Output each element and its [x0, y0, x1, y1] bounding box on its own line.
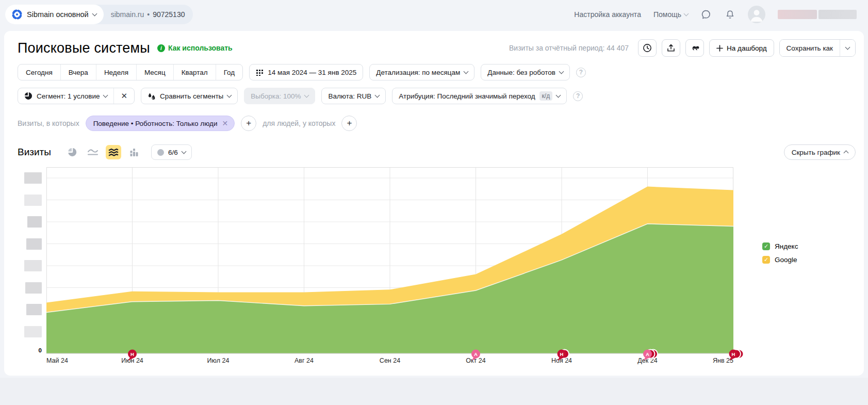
- svg-text:А: А: [646, 351, 649, 357]
- period-tab-1[interactable]: Вчера: [60, 64, 96, 80]
- date-range-value: 14 мая 2024 — 31 янв 2025: [268, 69, 356, 76]
- counter-name: Sibmain основной: [27, 10, 89, 19]
- info-icon: i: [157, 44, 165, 52]
- period-tab-group: СегодняВчераНеделяМесяцКварталГод: [18, 64, 243, 80]
- legend-checkbox[interactable]: ✓: [762, 242, 770, 250]
- hide-chart-button[interactable]: Скрыть график: [784, 144, 856, 160]
- bar-chart-icon: [129, 147, 139, 157]
- visits-summary-label: Визиты за отчётный период:: [509, 44, 604, 52]
- how-to-use-link[interactable]: i Как использовать: [157, 44, 233, 52]
- clock-icon: [643, 43, 652, 53]
- counter-meta: sibmain.ru • 90725130: [104, 10, 185, 19]
- account-settings-link[interactable]: Настройка аккаунта: [574, 10, 641, 19]
- chevron-down-icon: [227, 93, 232, 98]
- bar-chart-type-button[interactable]: [126, 145, 142, 159]
- svg-text:Н: Н: [560, 351, 564, 357]
- period-tab-4[interactable]: Квартал: [173, 64, 216, 80]
- currency-dropdown[interactable]: Валюта: RUB: [321, 88, 386, 104]
- hide-chart-label: Скрыть график: [792, 149, 840, 156]
- data-mode-value: Данные: без роботов: [487, 69, 555, 76]
- segment-dropdown[interactable]: Сегмент: 1 условие: [18, 88, 113, 104]
- legend-item-google[interactable]: ✓Google: [762, 256, 798, 264]
- chevron-down-icon: [304, 93, 309, 98]
- period-tab-2[interactable]: Неделя: [96, 64, 136, 80]
- chart-controls: Визиты: [4, 131, 864, 160]
- x-axis-label: Май 24: [46, 357, 68, 364]
- notifications-button[interactable]: [724, 9, 735, 20]
- sampling-value: Выборка: 100%: [251, 92, 301, 100]
- bottom-strip: [0, 378, 868, 405]
- topbar: Sibmain основной sibmain.ru • 90725130 Н…: [0, 0, 868, 29]
- sampling-dropdown: Выборка: 100%: [244, 88, 315, 104]
- compare-drops-icon: [148, 92, 156, 100]
- save-as-button[interactable]: Сохранить как: [780, 40, 840, 56]
- data-mode-dropdown[interactable]: Данные: без роботов: [481, 64, 570, 80]
- y-axis-redacted-value: [24, 172, 42, 184]
- x-axis-label: Янв 25: [713, 357, 733, 364]
- series-selector-dropdown[interactable]: 6/6: [151, 144, 192, 160]
- line-chart-icon: [87, 147, 99, 157]
- series-selector-value: 6/6: [168, 149, 178, 156]
- compare-segments-value: Сравнить сегменты: [160, 92, 223, 100]
- calendar-grid-icon: [256, 69, 264, 76]
- attribution-dropdown[interactable]: Атрибуция: Последний значимый переход к/…: [392, 88, 567, 104]
- currency-value: Валюта: RUB: [328, 92, 371, 100]
- y-axis-redacted-value: [26, 238, 42, 250]
- date-range-button[interactable]: 14 мая 2024 — 31 янв 2025: [249, 64, 363, 80]
- visits-area-chart[interactable]: Май 24Июн 24Июл 24Авг 24Сен 24Окт 24Ноя …: [46, 166, 733, 366]
- chip-close-icon[interactable]: ✕: [222, 119, 228, 127]
- svg-text:Н: Н: [130, 351, 134, 357]
- question-icon[interactable]: ?: [573, 91, 583, 101]
- to-dashboard-button[interactable]: На дашборд: [709, 39, 774, 57]
- y-axis-redacted-labels: 0: [18, 166, 46, 366]
- chevron-down-icon: [464, 69, 469, 74]
- counter-switcher[interactable]: Sibmain основной: [5, 5, 104, 24]
- compare-segments-dropdown[interactable]: Сравнить сегменты: [141, 88, 238, 104]
- metric-title: Визиты: [18, 147, 51, 158]
- question-icon[interactable]: ?: [576, 68, 586, 77]
- segment-controls-row: Сегмент: 1 условие ✕ Сравнить сегменты В…: [4, 80, 864, 104]
- period-tab-3[interactable]: Месяц: [136, 64, 173, 80]
- comments-button[interactable]: [685, 39, 704, 57]
- schedule-button[interactable]: [638, 39, 657, 57]
- comments-icon: [690, 43, 699, 53]
- avatar[interactable]: [748, 6, 765, 23]
- line-chart-type-button[interactable]: [85, 145, 101, 159]
- to-dashboard-label: На дашборд: [727, 44, 767, 52]
- title-row: Поисковые системы i Как использовать Виз…: [4, 31, 864, 59]
- page-title: Поисковые системы: [18, 40, 150, 56]
- pie-chart-icon: [67, 147, 77, 157]
- add-people-condition-button[interactable]: +: [341, 116, 357, 131]
- user-name-redacted: [778, 10, 857, 19]
- how-to-use-label: Как использовать: [168, 44, 233, 52]
- legend-item-яндекс[interactable]: ✓Яндекс: [762, 242, 798, 250]
- export-button[interactable]: [662, 39, 680, 57]
- area-chart-type-button[interactable]: [106, 145, 121, 159]
- chevron-down-icon: [375, 93, 380, 98]
- feedback-chat-button[interactable]: [700, 9, 712, 20]
- counter-id: 90725130: [153, 10, 185, 19]
- legend-label: Google: [775, 256, 797, 264]
- segment-conditions-row: Визиты, в которых Поведение • Роботность…: [4, 104, 864, 131]
- y-axis-redacted-value: [25, 282, 42, 294]
- segment-chip[interactable]: Поведение • Роботность: Только люди ✕: [86, 116, 235, 131]
- help-label: Помощь: [653, 10, 681, 19]
- add-visit-condition-button[interactable]: +: [241, 116, 256, 131]
- export-icon: [666, 43, 676, 53]
- legend-checkbox[interactable]: ✓: [762, 256, 770, 264]
- detalization-value: Детализация: по месяцам: [376, 69, 460, 76]
- attribution-value: Атрибуция: Последний значимый переход: [399, 92, 535, 100]
- series-color-circle: [157, 149, 164, 156]
- chevron-down-icon: [556, 93, 561, 98]
- help-menu[interactable]: Помощь: [653, 10, 688, 19]
- segment-value: Сегмент: 1 условие: [37, 92, 100, 100]
- y-axis-redacted-value: [27, 216, 42, 228]
- period-tab-5[interactable]: Год: [216, 64, 243, 80]
- segment-clear-button[interactable]: ✕: [113, 88, 134, 104]
- period-tab-0[interactable]: Сегодня: [18, 64, 60, 80]
- save-as-menu-button[interactable]: [840, 40, 855, 56]
- chart-area: 0 Май 24Июн 24Июл 24Авг 24Сен 24Окт 24Но…: [4, 160, 864, 366]
- detalization-dropdown[interactable]: Детализация: по месяцам: [369, 64, 474, 80]
- pie-chart-type-button[interactable]: [64, 145, 80, 159]
- report-card: Поисковые системы i Как использовать Виз…: [4, 31, 864, 376]
